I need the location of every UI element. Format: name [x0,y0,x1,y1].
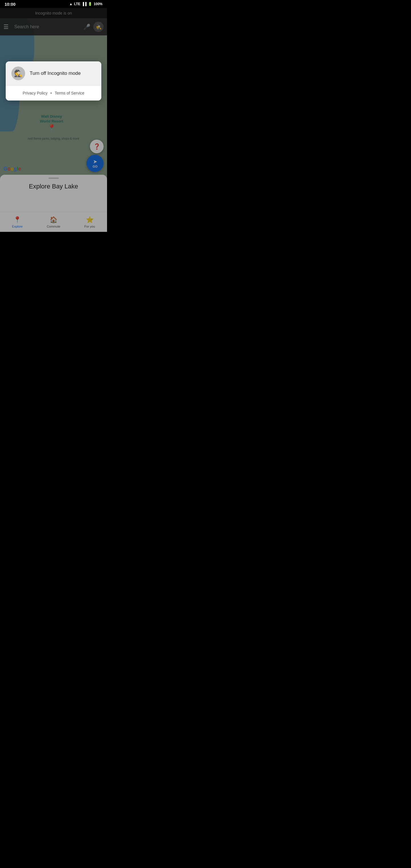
lte-label: LTE [74,2,81,6]
status-time: 10:00 [5,2,15,6]
signal-icon: ▐▐ [82,2,87,6]
privacy-policy-link[interactable]: Privacy Policy [23,91,48,95]
terms-of-service-link[interactable]: Terms of Service [55,91,84,95]
status-icons: ▲ LTE ▐▐ 🔋 100% [69,2,102,6]
incognito-hat-icon: 🕵️ [14,69,23,78]
wifi-icon: ▲ [69,2,73,6]
modal-overlay[interactable] [0,0,107,232]
modal-header-text[interactable]: Turn off Incognito mode [30,70,81,76]
incognito-modal: 🕵️ Turn off Incognito mode Privacy Polic… [6,61,101,100]
incognito-icon-circle: 🕵️ [11,66,25,80]
modal-footer: Privacy Policy • Terms of Service [6,86,101,100]
status-bar: 10:00 ▲ LTE ▐▐ 🔋 100% [0,0,107,8]
battery-label: 100% [94,2,102,6]
modal-header: 🕵️ Turn off Incognito mode [6,61,101,85]
separator-dot: • [50,91,52,95]
battery-icon: 🔋 [88,2,92,6]
